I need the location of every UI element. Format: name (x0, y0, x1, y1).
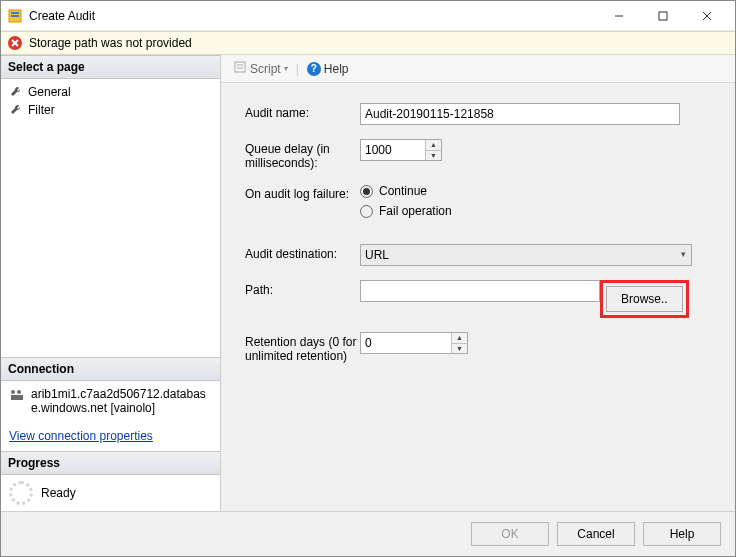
svg-rect-12 (11, 395, 23, 400)
audit-name-input[interactable] (360, 103, 680, 125)
minimize-button[interactable] (597, 2, 641, 30)
audit-destination-select[interactable]: URL (360, 244, 692, 266)
radio-icon (360, 205, 373, 218)
queue-delay-stepper[interactable]: ▲ ▼ (360, 139, 442, 161)
help-button[interactable]: Help (643, 522, 721, 546)
maximize-button[interactable] (641, 2, 685, 30)
script-label: Script (250, 62, 281, 76)
close-button[interactable] (685, 2, 729, 30)
help-label: Help (324, 62, 349, 76)
dialog-footer: OK Cancel Help (1, 511, 735, 556)
view-connection-properties-link[interactable]: View connection properties (1, 421, 220, 451)
toolbar: Script ▾ | ? Help (221, 55, 735, 83)
script-dropdown[interactable]: Script ▾ (229, 58, 292, 79)
destination-label: Audit destination: (245, 244, 360, 261)
audit-name-label: Audit name: (245, 103, 360, 120)
page-item-label: Filter (28, 103, 55, 117)
chevron-down-icon: ▾ (284, 64, 288, 73)
progress-status: Ready (41, 486, 76, 500)
connection-header: Connection (1, 357, 220, 381)
radio-label: Fail operation (379, 204, 452, 218)
script-icon (233, 60, 247, 77)
progress-header: Progress (1, 451, 220, 475)
svg-point-11 (17, 390, 21, 394)
window-title: Create Audit (29, 9, 597, 23)
stepper-down-icon[interactable]: ▼ (426, 151, 441, 161)
wrench-icon (9, 103, 23, 117)
browse-highlight: Browse.. (600, 280, 689, 318)
on-failure-label: On audit log failure: (245, 184, 360, 201)
svg-point-10 (11, 390, 15, 394)
page-item-filter[interactable]: Filter (1, 101, 220, 119)
retention-value[interactable] (361, 333, 451, 353)
server-icon (9, 387, 25, 403)
queue-delay-label: Queue delay (in milliseconds): (245, 139, 360, 170)
radio-label: Continue (379, 184, 427, 198)
svg-rect-13 (235, 62, 245, 72)
svg-rect-2 (11, 15, 19, 17)
error-icon (7, 35, 23, 51)
left-panel: Select a page General Filter Connection (1, 55, 221, 511)
stepper-down-icon[interactable]: ▼ (452, 344, 467, 354)
radio-continue[interactable]: Continue (360, 184, 452, 198)
retention-label: Retention days (0 for unlimited retentio… (245, 332, 360, 363)
path-input[interactable] (360, 280, 600, 302)
titlebar: Create Audit (1, 1, 735, 31)
app-icon (7, 8, 23, 24)
error-message: Storage path was not provided (29, 36, 192, 50)
stepper-up-icon[interactable]: ▲ (426, 140, 441, 151)
wrench-icon (9, 85, 23, 99)
svg-rect-4 (659, 12, 667, 20)
error-bar: Storage path was not provided (1, 31, 735, 55)
progress-spinner-icon (9, 481, 33, 505)
right-panel: Script ▾ | ? Help Audit name: Queue d (221, 55, 735, 511)
help-button[interactable]: ? Help (303, 60, 353, 78)
browse-button[interactable]: Browse.. (606, 286, 683, 312)
queue-delay-value[interactable] (361, 140, 425, 160)
create-audit-window: Create Audit Storage path was not provid… (0, 0, 736, 557)
retention-stepper[interactable]: ▲ ▼ (360, 332, 468, 354)
path-label: Path: (245, 280, 360, 297)
page-item-general[interactable]: General (1, 83, 220, 101)
cancel-button[interactable]: Cancel (557, 522, 635, 546)
connection-text: arib1mi1.c7aa2d506712.database.windows.n… (31, 387, 212, 415)
help-icon: ? (307, 62, 321, 76)
ok-button[interactable]: OK (471, 522, 549, 546)
radio-icon (360, 185, 373, 198)
svg-rect-1 (11, 12, 19, 14)
page-item-label: General (28, 85, 71, 99)
radio-fail-operation[interactable]: Fail operation (360, 204, 452, 218)
select-page-header: Select a page (1, 55, 220, 79)
stepper-up-icon[interactable]: ▲ (452, 333, 467, 344)
